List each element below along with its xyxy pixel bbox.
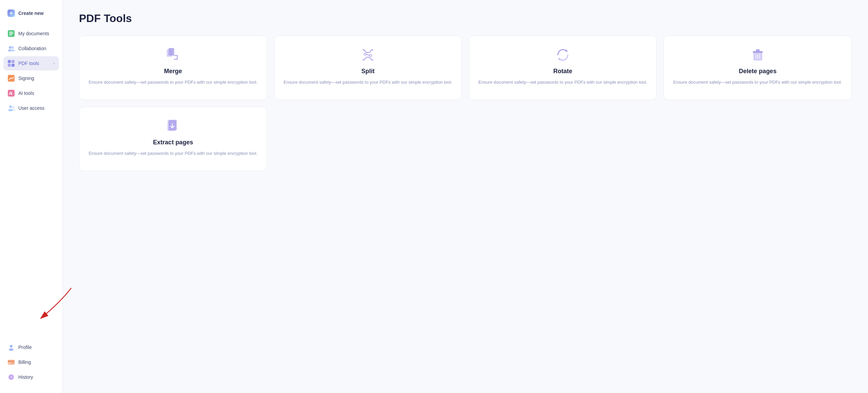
tool-card-delete-pages[interactable]: Delete pages Ensure document safety—set … [664, 36, 852, 100]
rotate-name: Rotate [553, 68, 572, 75]
tools-row-1: Merge Ensure document safety—set passwor… [79, 36, 852, 100]
my-documents-icon [7, 30, 15, 37]
svg-point-30 [371, 59, 373, 61]
tool-card-extract-pages[interactable]: Extract pages Ensure document safety—set… [79, 107, 267, 171]
svg-rect-21 [8, 360, 15, 365]
sidebar-item-ai-tools[interactable]: A I AI tools [3, 86, 59, 100]
rotate-desc: Ensure document safety—set passwords to … [478, 79, 647, 86]
split-desc: Ensure document safety—set passwords to … [283, 79, 452, 86]
svg-rect-10 [8, 64, 11, 67]
svg-rect-11 [12, 64, 15, 67]
svg-rect-2 [9, 33, 13, 34]
merge-name: Merge [164, 68, 182, 75]
empty-cell-3 [664, 107, 852, 171]
main-content: PDF Tools Merge Ensure document safety—s… [63, 0, 868, 393]
sidebar: + Create new My documents [0, 0, 63, 393]
svg-rect-1 [9, 32, 13, 33]
tool-card-rotate[interactable]: Rotate Ensure document safety—set passwo… [469, 36, 657, 100]
sidebar-item-history[interactable]: History [3, 370, 59, 384]
empty-cell-2 [469, 107, 657, 171]
create-icon: + [7, 9, 15, 17]
sidebar-item-label: Profile [18, 345, 32, 350]
svg-point-29 [363, 59, 365, 61]
sidebar-bottom: Profile Billing History [0, 340, 62, 384]
create-new-button[interactable]: + Create new [3, 6, 59, 20]
svg-text:I: I [11, 91, 12, 96]
svg-rect-3 [9, 35, 12, 35]
svg-point-27 [363, 49, 365, 51]
chevron-right-icon: › [54, 61, 55, 66]
sidebar-item-pdf-tools[interactable]: PDF tools › [3, 56, 59, 70]
tool-card-split[interactable]: Split Ensure document safety—set passwor… [274, 36, 462, 100]
svg-rect-35 [756, 49, 760, 51]
delete-pages-icon [750, 47, 766, 63]
sidebar-item-profile[interactable]: Profile [3, 340, 59, 354]
delete-pages-desc: Ensure document safety—set passwords to … [673, 79, 842, 86]
history-icon [7, 373, 15, 381]
svg-rect-23 [8, 363, 11, 364]
page-title: PDF Tools [79, 12, 852, 25]
collaboration-icon [7, 45, 15, 52]
user-access-icon [7, 104, 15, 112]
svg-point-18 [12, 106, 14, 108]
svg-point-4 [9, 46, 12, 49]
merge-icon [165, 47, 181, 63]
pdf-tools-icon [7, 60, 15, 67]
signing-icon [7, 75, 15, 82]
sidebar-item-signing[interactable]: Signing [3, 71, 59, 85]
svg-point-20 [9, 349, 14, 351]
svg-point-16 [9, 105, 12, 108]
sidebar-item-label: Collaboration [18, 46, 46, 51]
sidebar-item-label: AI tools [18, 90, 34, 96]
svg-point-28 [371, 49, 373, 51]
split-icon [360, 47, 376, 63]
sidebar-item-label: PDF tools [18, 61, 39, 66]
sidebar-item-label: User access [18, 105, 44, 111]
rotate-icon [555, 47, 571, 63]
billing-icon [7, 358, 15, 366]
sidebar-item-label: History [18, 374, 33, 380]
delete-pages-name: Delete pages [739, 68, 776, 75]
svg-point-19 [10, 345, 13, 348]
sidebar-item-label: Billing [18, 359, 31, 365]
sidebar-item-billing[interactable]: Billing [3, 355, 59, 369]
merge-desc: Ensure document safety—set passwords to … [88, 79, 257, 86]
ai-tools-icon: A I [7, 89, 15, 97]
tools-row-2: Extract pages Ensure document safety—set… [79, 107, 852, 171]
svg-rect-8 [8, 60, 11, 63]
extract-pages-name: Extract pages [153, 139, 193, 146]
sidebar-item-label: My documents [18, 31, 49, 36]
extract-pages-icon [165, 118, 181, 134]
tool-card-merge[interactable]: Merge Ensure document safety—set passwor… [79, 36, 267, 100]
svg-rect-9 [12, 60, 15, 63]
svg-point-5 [11, 46, 14, 49]
empty-cell-1 [274, 107, 462, 171]
sidebar-item-label: Signing [18, 76, 34, 81]
create-new-label: Create new [18, 11, 44, 16]
svg-rect-22 [8, 361, 15, 362]
sidebar-item-user-access[interactable]: User access [3, 101, 59, 115]
svg-rect-26 [169, 48, 175, 56]
sidebar-item-my-documents[interactable]: My documents [3, 26, 59, 41]
svg-point-17 [8, 109, 13, 111]
split-name: Split [361, 68, 375, 75]
profile-icon [7, 344, 15, 351]
extract-pages-desc: Ensure document safety—set passwords to … [88, 150, 257, 157]
sidebar-item-collaboration[interactable]: Collaboration [3, 41, 59, 56]
